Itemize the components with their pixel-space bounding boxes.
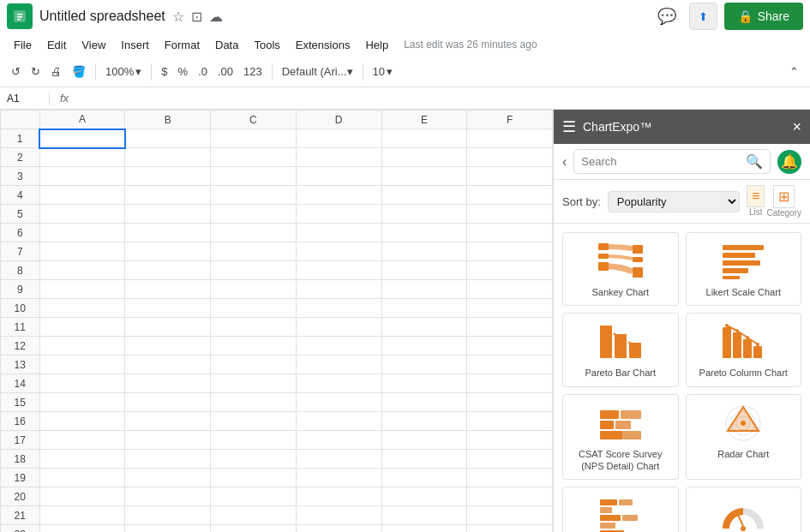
cell-B12[interactable] <box>125 337 211 356</box>
cell-A9[interactable] <box>39 280 125 299</box>
menu-view[interactable]: View <box>75 36 112 54</box>
cell-E2[interactable] <box>381 148 467 167</box>
cell-D6[interactable] <box>296 224 381 242</box>
col-header-B[interactable]: B <box>125 111 211 129</box>
col-header-E[interactable]: E <box>381 111 467 129</box>
cell-F15[interactable] <box>467 393 553 412</box>
cell-A1[interactable] <box>39 129 125 148</box>
cell-C15[interactable] <box>211 393 297 412</box>
currency-button[interactable]: $ <box>157 63 171 81</box>
cell-B11[interactable] <box>125 318 211 337</box>
cell-B3[interactable] <box>125 167 211 186</box>
paint-button[interactable]: 🪣 <box>68 63 90 81</box>
save-icon[interactable]: ⊡ <box>191 9 202 25</box>
cell-C2[interactable] <box>211 148 297 167</box>
cell-C6[interactable] <box>211 224 297 242</box>
cell-C12[interactable] <box>211 337 297 356</box>
cell-F11[interactable] <box>467 318 553 337</box>
cell-E7[interactable] <box>381 242 467 261</box>
cell-C1[interactable] <box>211 129 297 148</box>
panel-back-button[interactable]: ‹ <box>562 154 567 170</box>
cell-E8[interactable] <box>381 261 467 280</box>
cell-A18[interactable] <box>39 450 125 469</box>
cell-F4[interactable] <box>467 186 553 205</box>
cell-E9[interactable] <box>381 280 467 299</box>
menu-data[interactable]: Data <box>208 36 245 54</box>
cell-E11[interactable] <box>381 318 467 337</box>
search-input[interactable] <box>581 155 742 168</box>
cell-F17[interactable] <box>467 431 553 450</box>
cell-B20[interactable] <box>125 487 211 506</box>
cell-F3[interactable] <box>467 167 553 186</box>
chart-item-pareto-bar[interactable]: Pareto Bar Chart <box>562 313 679 386</box>
cell-B8[interactable] <box>125 261 211 280</box>
col-header-F[interactable]: F <box>467 111 553 129</box>
cell-E16[interactable] <box>381 412 467 431</box>
cell-C22[interactable] <box>211 525 297 533</box>
undo-button[interactable]: ↺ <box>7 63 25 81</box>
cell-F16[interactable] <box>467 412 553 431</box>
cell-D1[interactable] <box>296 129 381 148</box>
cell-F13[interactable] <box>467 356 553 374</box>
cell-C8[interactable] <box>211 261 297 280</box>
menu-extensions[interactable]: Extensions <box>289 36 357 54</box>
cell-E18[interactable] <box>381 450 467 469</box>
share-button[interactable]: 🔒 Share <box>724 3 803 30</box>
cell-F10[interactable] <box>467 299 553 318</box>
cell-B18[interactable] <box>125 450 211 469</box>
cell-A13[interactable] <box>39 356 125 374</box>
cell-A12[interactable] <box>39 337 125 356</box>
chart-item-comparison-bar[interactable]: Comparison Bar Chart <box>562 487 679 532</box>
cell-D10[interactable] <box>296 299 381 318</box>
menu-tools[interactable]: Tools <box>247 36 286 54</box>
cell-F22[interactable] <box>467 525 553 533</box>
cell-A11[interactable] <box>39 318 125 337</box>
cell-B22[interactable] <box>125 525 211 533</box>
chart-item-likert[interactable]: Likert Scale Chart <box>686 232 802 306</box>
cell-C13[interactable] <box>211 356 297 374</box>
chart-item-pareto-col[interactable]: Pareto Column Chart <box>686 313 802 386</box>
chart-item-csat[interactable]: CSAT Score Survey (NPS Detail) Chart <box>562 394 679 481</box>
cell-D3[interactable] <box>296 167 381 186</box>
cell-E4[interactable] <box>381 186 467 205</box>
cell-B10[interactable] <box>125 299 211 318</box>
cell-B19[interactable] <box>125 469 211 487</box>
cell-E15[interactable] <box>381 393 467 412</box>
cell-D21[interactable] <box>296 506 381 525</box>
cell-B7[interactable] <box>125 242 211 261</box>
cell-D12[interactable] <box>296 337 381 356</box>
cell-A2[interactable] <box>39 148 125 167</box>
cell-E19[interactable] <box>381 469 467 487</box>
menu-help[interactable]: Help <box>358 36 395 54</box>
font-size-selector[interactable]: 10 ▾ <box>369 63 397 81</box>
cell-C9[interactable] <box>211 280 297 299</box>
cell-F14[interactable] <box>467 374 553 393</box>
cell-reference[interactable]: A1 <box>7 93 50 105</box>
cell-D8[interactable] <box>296 261 381 280</box>
panel-menu-icon[interactable]: ☰ <box>562 117 576 136</box>
cell-F2[interactable] <box>467 148 553 167</box>
cell-A7[interactable] <box>39 242 125 261</box>
cell-D17[interactable] <box>296 431 381 450</box>
col-header-C[interactable]: C <box>211 111 297 129</box>
cell-A21[interactable] <box>39 506 125 525</box>
cell-A5[interactable] <box>39 205 125 224</box>
chart-item-gauge[interactable]: Gauge Chart <box>686 487 802 532</box>
cell-D22[interactable] <box>296 525 381 533</box>
cell-C11[interactable] <box>211 318 297 337</box>
cell-B17[interactable] <box>125 431 211 450</box>
cell-A17[interactable] <box>39 431 125 450</box>
cell-F19[interactable] <box>467 469 553 487</box>
cell-D9[interactable] <box>296 280 381 299</box>
menu-file[interactable]: File <box>7 36 39 54</box>
cell-A20[interactable] <box>39 487 125 506</box>
cell-D19[interactable] <box>296 469 381 487</box>
formula-input[interactable] <box>79 93 803 105</box>
cell-C14[interactable] <box>211 374 297 393</box>
menu-format[interactable]: Format <box>158 36 207 54</box>
cell-A14[interactable] <box>39 374 125 393</box>
cell-C19[interactable] <box>211 469 297 487</box>
cell-E21[interactable] <box>381 506 467 525</box>
menu-insert[interactable]: Insert <box>114 36 156 54</box>
cell-F9[interactable] <box>467 280 553 299</box>
